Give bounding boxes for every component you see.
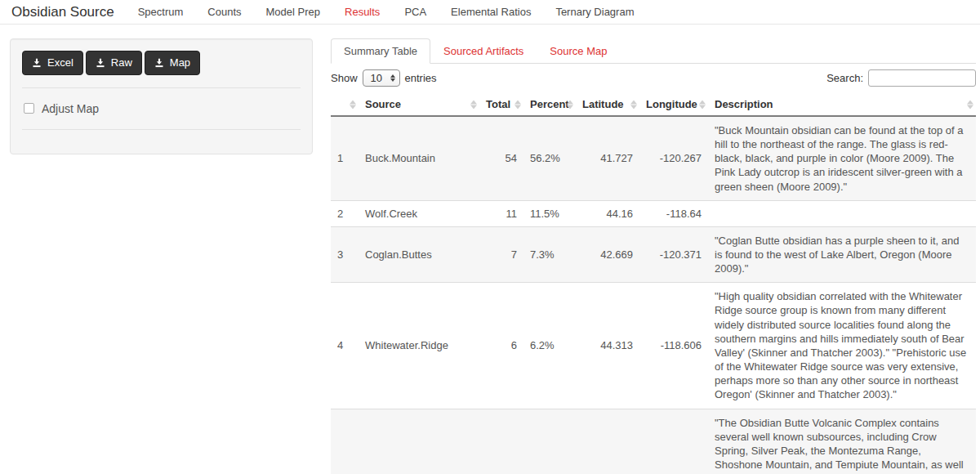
download-icon <box>96 58 105 68</box>
search-input[interactable] <box>868 69 976 87</box>
page-length-control: Show 10 entries <box>331 69 437 87</box>
description-cell: "The Obsidian Butte Volcanic Complex con… <box>708 409 976 474</box>
longitude-cell: -120.267 <box>639 116 708 200</box>
sort-icon <box>699 100 706 109</box>
sort-icon <box>567 100 573 109</box>
table-search: Search: <box>826 69 976 87</box>
sort-icon <box>350 100 356 109</box>
navbar-item[interactable]: Elemental Ratios <box>439 6 543 18</box>
select-stepper-icon <box>390 74 395 82</box>
adjust-map-option[interactable]: Adjust Map <box>22 101 301 117</box>
page-size-select[interactable]: 10 <box>363 69 400 87</box>
latitude-cell: 37.303 <box>576 409 639 474</box>
source-cell: Obsidian.Butte.Variety.3 <box>359 409 479 474</box>
table-controls: Show 10 entries Search: <box>331 69 976 87</box>
navbar-item[interactable]: Model Prep <box>254 6 332 18</box>
results-panel: Summary TableSourced ArtifactsSource Map… <box>331 38 976 474</box>
download-button-label: Raw <box>111 56 132 69</box>
navbar-item[interactable]: Results <box>332 6 392 18</box>
results-tab[interactable]: Summary Table <box>331 38 430 64</box>
source-cell: Whitewater.Ridge <box>359 283 479 409</box>
download-button[interactable]: Map <box>145 51 200 75</box>
percent-cell: 7.3% <box>523 226 576 282</box>
download-button-label: Map <box>170 56 190 69</box>
page-content: Excel Raw <box>0 25 980 474</box>
column-header[interactable]: Source <box>359 93 479 116</box>
row-number-cell: 2 <box>331 200 359 226</box>
page-size-value: 10 <box>371 72 382 84</box>
navbar-item[interactable]: PCA <box>392 6 439 18</box>
summary-table-header: Source Total Percent <box>331 93 976 116</box>
app-brand: Obsidian Source <box>11 4 114 20</box>
download-icon <box>32 58 42 68</box>
column-header-label: Total <box>486 98 510 110</box>
source-cell: Coglan.Buttes <box>359 226 479 282</box>
description-cell: "Buck Mountain obsidian can be found at … <box>708 116 976 200</box>
adjust-map-label: Adjust Map <box>42 102 99 115</box>
adjust-map-checkbox[interactable] <box>24 103 34 114</box>
total-cell: 5 <box>479 409 523 474</box>
latitude-cell: 42.669 <box>576 226 639 282</box>
download-icon <box>154 58 164 68</box>
search-label: Search: <box>826 72 863 84</box>
download-button-group: Excel Raw <box>22 51 301 75</box>
column-header-label: Latitude <box>582 98 624 110</box>
column-header[interactable]: Latitude <box>576 93 639 116</box>
sort-icon <box>967 100 973 109</box>
results-tabbar: Summary TableSourced ArtifactsSource Map <box>331 38 976 64</box>
sidebar: Excel Raw <box>10 38 313 154</box>
column-header-label: Longitude <box>646 98 697 110</box>
row-number-cell: 5 <box>331 409 359 474</box>
row-number-cell: 1 <box>331 116 359 200</box>
row-number-cell: 3 <box>331 226 359 282</box>
table-row[interactable]: 1 Buck.Mountain 54 56.2% 41.727 -120.267… <box>331 116 976 200</box>
column-header-label: Source <box>365 98 401 110</box>
longitude-cell: -120.371 <box>639 226 708 282</box>
sort-icon <box>630 100 637 109</box>
description-cell: "Coglan Butte obsidian has a purple shee… <box>708 226 976 282</box>
total-cell: 11 <box>479 200 523 226</box>
summary-table: Source Total Percent <box>331 93 976 474</box>
table-row[interactable]: 4 Whitewater.Ridge 6 6.2% 44.313 -118.60… <box>331 283 976 409</box>
column-header[interactable] <box>331 93 359 116</box>
source-cell: Buck.Mountain <box>359 116 479 200</box>
column-header-label: Percent <box>530 98 569 110</box>
column-header[interactable]: Longitude <box>639 93 708 116</box>
longitude-cell: -118.606 <box>639 283 708 409</box>
show-label: Show <box>331 72 358 84</box>
row-number-cell: 4 <box>331 283 359 409</box>
table-row[interactable]: 2 Wolf.Creek 11 11.5% 44.16 -118.64 <box>331 200 976 226</box>
source-cell: Wolf.Creek <box>359 200 479 226</box>
navbar-item[interactable]: Counts <box>195 6 253 18</box>
percent-cell: 6.2% <box>523 283 576 409</box>
percent-cell: 5.2% <box>523 409 576 474</box>
column-header[interactable]: Percent <box>523 93 576 116</box>
download-button[interactable]: Excel <box>22 51 83 75</box>
download-button[interactable]: Raw <box>86 51 142 75</box>
results-tab[interactable]: Source Map <box>537 38 620 64</box>
table-row[interactable]: 3 Coglan.Buttes 7 7.3% 42.669 -120.371 "… <box>331 226 976 282</box>
description-cell: "High quality obsidian correlated with t… <box>708 283 976 409</box>
total-cell: 6 <box>479 283 523 409</box>
latitude-cell: 41.727 <box>576 116 639 200</box>
navbar-item[interactable]: Spectrum <box>126 6 196 18</box>
results-tab[interactable]: Sourced Artifacts <box>430 38 537 64</box>
description-cell <box>708 200 976 226</box>
percent-cell: 56.2% <box>523 116 576 200</box>
top-navbar: Obsidian Source SpectrumCountsModel Prep… <box>0 0 980 25</box>
longitude-cell: -118.64 <box>639 200 708 226</box>
column-header[interactable]: Description <box>708 93 976 116</box>
navbar-item[interactable]: Ternary Diagram <box>543 6 646 18</box>
sort-icon <box>514 100 521 109</box>
download-button-label: Excel <box>47 56 74 69</box>
summary-table-body: 1 Buck.Mountain 54 56.2% 41.727 -120.267… <box>331 116 976 474</box>
entries-label: entries <box>405 72 437 84</box>
sidebar-well: Excel Raw <box>10 38 313 154</box>
table-row[interactable]: 5 Obsidian.Butte.Variety.3 5 5.2% 37.303… <box>331 409 976 474</box>
longitude-cell: -116.846 <box>639 409 708 474</box>
column-header[interactable]: Total <box>479 93 523 116</box>
latitude-cell: 44.16 <box>576 200 639 226</box>
sort-icon <box>470 100 477 109</box>
column-header-label: Description <box>715 98 773 110</box>
sidebar-divider <box>22 87 301 88</box>
